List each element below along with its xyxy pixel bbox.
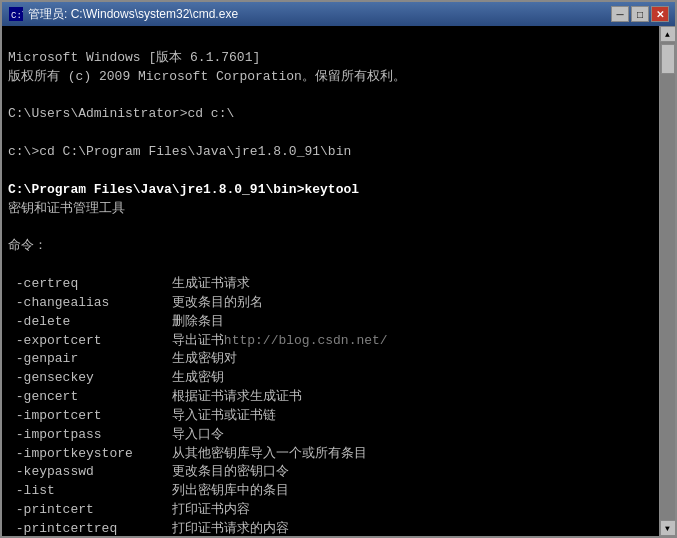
close-button[interactable]: ✕ <box>651 6 669 22</box>
window-title: 管理员: C:\Windows\system32\cmd.exe <box>28 6 611 23</box>
scroll-track[interactable] <box>660 42 675 520</box>
scroll-up-button[interactable]: ▲ <box>660 26 676 42</box>
console-output[interactable]: Microsoft Windows [版本 6.1.7601] 版权所有 (c)… <box>2 26 659 536</box>
line-1: Microsoft Windows [版本 6.1.7601] 版权所有 (c)… <box>8 50 450 536</box>
svg-text:C:\: C:\ <box>11 11 23 21</box>
scroll-thumb[interactable] <box>661 44 675 74</box>
window-controls: ─ □ ✕ <box>611 6 669 22</box>
maximize-button[interactable]: □ <box>631 6 649 22</box>
cmd-icon: C:\ <box>8 6 24 22</box>
scroll-down-button[interactable]: ▼ <box>660 520 676 536</box>
title-bar: C:\ 管理员: C:\Windows\system32\cmd.exe ─ □… <box>2 2 675 26</box>
cmd-window: C:\ 管理员: C:\Windows\system32\cmd.exe ─ □… <box>0 0 677 538</box>
scrollbar[interactable]: ▲ ▼ <box>659 26 675 536</box>
console-area: Microsoft Windows [版本 6.1.7601] 版权所有 (c)… <box>2 26 675 536</box>
minimize-button[interactable]: ─ <box>611 6 629 22</box>
